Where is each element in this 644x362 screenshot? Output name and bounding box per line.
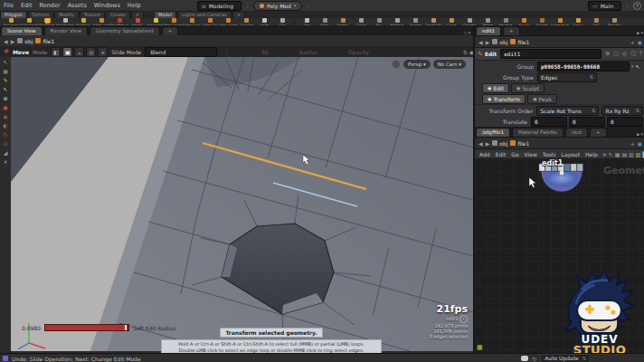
path-obj-chip[interactable]: obj: [492, 39, 507, 45]
pane-tab-edit1[interactable]: edit1: [476, 26, 501, 35]
xform-order-dropdown[interactable]: Scale Rot Trans⇅: [536, 106, 599, 116]
target-icon[interactable]: ◉: [638, 140, 642, 147]
viewport-3d-render[interactable]: [11, 57, 473, 351]
shelf-tool-icon: [9, 18, 14, 23]
network-menu-item[interactable]: Tools: [540, 151, 559, 157]
viewport-tool-icon[interactable]: ⊕: [3, 96, 7, 101]
node-name-field[interactable]: edit1: [500, 49, 601, 59]
toggle-icon[interactable]: ▵: [74, 47, 84, 57]
refresh-icon[interactable]: ↻: [532, 356, 536, 362]
toggle-icon[interactable]: +: [98, 47, 108, 57]
pin-icon[interactable]: +: [630, 140, 635, 147]
current-tool-pill[interactable]: Poly Mod▾: [253, 1, 302, 11]
pane-tab-add[interactable]: +: [503, 26, 520, 35]
target-icon[interactable]: ◉: [638, 39, 642, 45]
node-type-label: Edit: [485, 51, 497, 57]
camera-pill[interactable]: Persp ▾: [403, 60, 431, 69]
network-menu-item[interactable]: Edit: [493, 151, 509, 157]
pane-controls-icon[interactable]: ▪ ▾: [637, 30, 644, 35]
back-icon[interactable]: ◀: [478, 140, 483, 147]
network-menu-item[interactable]: Add: [477, 151, 493, 157]
info-icon[interactable]: i: [459, 315, 468, 323]
soft-edit-value[interactable]: 0.0980: [22, 325, 41, 331]
param-header-icons[interactable]: ⚙ ▢ ◎ ⓘ ?: [605, 50, 643, 58]
pane-tab[interactable]: Material Palette: [512, 128, 564, 137]
menu-item[interactable]: Assets: [64, 2, 90, 9]
pane-tab[interactable]: +: [590, 128, 607, 137]
translate-field[interactable]: 0: [569, 117, 605, 127]
translate-field[interactable]: 0: [531, 117, 567, 127]
blend-dropdown[interactable]: Blend: [145, 47, 217, 57]
network-toolbar-icon[interactable]: ▦: [614, 151, 621, 157]
network-toolbar-icon[interactable]: ↖: [608, 151, 614, 157]
pane-tab[interactable]: Render View: [44, 26, 88, 35]
pane-tab[interactable]: Scene View: [1, 26, 43, 35]
viewport-tool-icon[interactable]: ◉: [3, 114, 7, 119]
menu-item[interactable]: Edit: [17, 2, 36, 9]
network-menu-item[interactable]: Layout: [559, 151, 582, 157]
message-bubble-icon[interactable]: [521, 356, 528, 361]
edit1-node[interactable]: [538, 162, 592, 203]
menu-item[interactable]: File: [0, 2, 17, 9]
auto-update-dropdown[interactable]: Auto Update⇅: [540, 354, 591, 362]
viewport-tool-icon[interactable]: ↖: [3, 87, 7, 92]
network-menu-item[interactable]: View: [522, 151, 540, 157]
soft-edit-slider[interactable]: [44, 324, 129, 331]
op-tab-button[interactable]: ◉Transform: [482, 94, 526, 104]
viewport-tool-icon[interactable]: ⊙: [3, 141, 7, 147]
network-menu-item[interactable]: Go: [508, 151, 521, 157]
network-toolbar-icon[interactable]: ▥: [628, 151, 635, 157]
help-icon[interactable]: ?: [633, 2, 641, 10]
op-tab-button[interactable]: ◉Peak: [527, 94, 557, 104]
path-node-chip[interactable]: file1: [35, 38, 54, 44]
path-obj-chip[interactable]: obj: [17, 38, 33, 44]
viewport-tool-icon[interactable]: ▦: [3, 69, 8, 74]
translate-field[interactable]: 0: [607, 117, 643, 127]
pane-tab[interactable]: /out: [565, 128, 588, 137]
network-menu-item[interactable]: Help: [582, 151, 601, 157]
pane-tab[interactable]: Geometry Spreadsheet: [90, 26, 160, 35]
viewport-tool-icon[interactable]: ◢: [4, 150, 8, 156]
pin-icon[interactable]: +: [630, 39, 635, 45]
pane-tab[interactable]: /obj/file1: [476, 128, 510, 137]
viewport-tool-icon[interactable]: ✎: [3, 78, 7, 83]
desktop-select[interactable]: ⊞Modeling: [197, 1, 242, 11]
group-field[interactable]: p99658-99659-99660: [537, 62, 630, 71]
camera-pill[interactable]: No Cam ▾: [433, 60, 466, 69]
group-type-dropdown[interactable]: Edges⇅: [537, 72, 597, 82]
back-icon[interactable]: ◀: [4, 38, 8, 44]
snapshot-icon[interactable]: [392, 60, 401, 69]
pane-tab[interactable]: +: [162, 26, 179, 35]
scene-viewport[interactable]: ↖▦✎↖⊕●◉◐↻⊙◢×: [0, 57, 473, 351]
network-toolbar-icon[interactable]: ▧: [635, 151, 642, 157]
forward-icon[interactable]: ▶: [11, 38, 15, 44]
menu-item[interactable]: Render: [35, 2, 63, 9]
path-obj-chip[interactable]: obj: [492, 140, 507, 147]
node-name-label[interactable]: edit1: [542, 159, 563, 167]
toggle-icon[interactable]: ◧: [51, 47, 61, 57]
mode-radio-button[interactable]: ◉Edit: [482, 83, 509, 93]
grid-snap-icon[interactable]: ▦: [477, 344, 483, 351]
path-node-chip[interactable]: file1: [510, 39, 529, 45]
viewport-tool-icon[interactable]: ↖: [3, 60, 7, 65]
forward-icon[interactable]: ▶: [486, 140, 490, 147]
viewport-tool-icon[interactable]: ◐: [3, 123, 7, 129]
menu-item[interactable]: Help: [124, 2, 145, 9]
rotate-order-dropdown[interactable]: Rx Ry Rz⇅: [601, 106, 643, 116]
reselect-arrow-icon[interactable]: ↖: [636, 63, 640, 70]
viewport-tool-icon[interactable]: ●: [3, 105, 7, 110]
viewport-tool-icon[interactable]: ×: [3, 159, 7, 165]
network-toolbar-icon[interactable]: ×: [601, 151, 608, 157]
desktop-main-select[interactable]: ▭Main: [588, 1, 621, 11]
toggle-icon[interactable]: ◎: [86, 47, 96, 57]
back-icon[interactable]: ◀: [478, 39, 483, 45]
forward-icon[interactable]: ▶: [486, 39, 490, 45]
network-toolbar-icon[interactable]: ▤: [620, 151, 628, 157]
mode-radio-button[interactable]: ◉Sculpt: [511, 83, 545, 93]
menu-item[interactable]: Windows: [90, 2, 124, 9]
pane-controls-icon[interactable]: ▪ ▾: [637, 131, 644, 137]
viewport-tool-icon[interactable]: ↻: [3, 132, 7, 138]
toggle-icon[interactable]: ▣: [62, 47, 72, 57]
path-node-chip[interactable]: file1: [510, 140, 529, 147]
slider-knob[interactable]: [125, 325, 127, 330]
